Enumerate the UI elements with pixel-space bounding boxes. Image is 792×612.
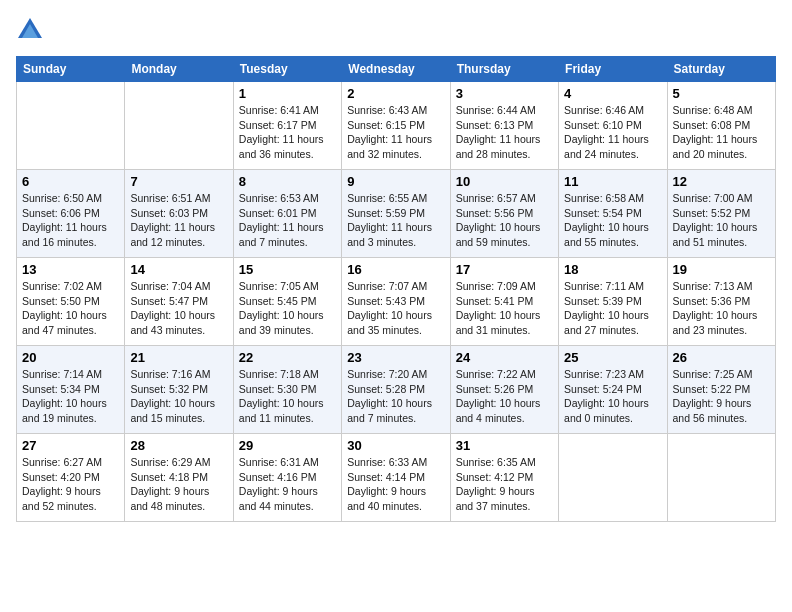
day-of-week-friday: Friday xyxy=(559,57,667,82)
day-number: 13 xyxy=(22,262,119,277)
day-info: Sunrise: 7:14 AM Sunset: 5:34 PM Dayligh… xyxy=(22,367,119,426)
calendar-cell: 27Sunrise: 6:27 AM Sunset: 4:20 PM Dayli… xyxy=(17,434,125,522)
day-info: Sunrise: 6:31 AM Sunset: 4:16 PM Dayligh… xyxy=(239,455,336,514)
day-info: Sunrise: 7:20 AM Sunset: 5:28 PM Dayligh… xyxy=(347,367,444,426)
calendar-week-4: 20Sunrise: 7:14 AM Sunset: 5:34 PM Dayli… xyxy=(17,346,776,434)
calendar-table: SundayMondayTuesdayWednesdayThursdayFrid… xyxy=(16,56,776,522)
day-number: 11 xyxy=(564,174,661,189)
calendar-cell xyxy=(125,82,233,170)
day-number: 15 xyxy=(239,262,336,277)
day-number: 31 xyxy=(456,438,553,453)
day-info: Sunrise: 7:00 AM Sunset: 5:52 PM Dayligh… xyxy=(673,191,770,250)
calendar-cell: 18Sunrise: 7:11 AM Sunset: 5:39 PM Dayli… xyxy=(559,258,667,346)
calendar-cell: 7Sunrise: 6:51 AM Sunset: 6:03 PM Daylig… xyxy=(125,170,233,258)
calendar-cell xyxy=(17,82,125,170)
calendar-header: SundayMondayTuesdayWednesdayThursdayFrid… xyxy=(17,57,776,82)
day-info: Sunrise: 7:09 AM Sunset: 5:41 PM Dayligh… xyxy=(456,279,553,338)
day-info: Sunrise: 6:33 AM Sunset: 4:14 PM Dayligh… xyxy=(347,455,444,514)
day-info: Sunrise: 6:48 AM Sunset: 6:08 PM Dayligh… xyxy=(673,103,770,162)
calendar-cell: 10Sunrise: 6:57 AM Sunset: 5:56 PM Dayli… xyxy=(450,170,558,258)
calendar-cell: 8Sunrise: 6:53 AM Sunset: 6:01 PM Daylig… xyxy=(233,170,341,258)
day-number: 5 xyxy=(673,86,770,101)
day-number: 1 xyxy=(239,86,336,101)
calendar-cell: 6Sunrise: 6:50 AM Sunset: 6:06 PM Daylig… xyxy=(17,170,125,258)
day-info: Sunrise: 6:35 AM Sunset: 4:12 PM Dayligh… xyxy=(456,455,553,514)
day-number: 9 xyxy=(347,174,444,189)
calendar-cell: 26Sunrise: 7:25 AM Sunset: 5:22 PM Dayli… xyxy=(667,346,775,434)
day-number: 24 xyxy=(456,350,553,365)
calendar-cell: 20Sunrise: 7:14 AM Sunset: 5:34 PM Dayli… xyxy=(17,346,125,434)
calendar-cell: 22Sunrise: 7:18 AM Sunset: 5:30 PM Dayli… xyxy=(233,346,341,434)
day-number: 7 xyxy=(130,174,227,189)
day-info: Sunrise: 6:46 AM Sunset: 6:10 PM Dayligh… xyxy=(564,103,661,162)
day-info: Sunrise: 6:53 AM Sunset: 6:01 PM Dayligh… xyxy=(239,191,336,250)
days-of-week-row: SundayMondayTuesdayWednesdayThursdayFrid… xyxy=(17,57,776,82)
day-number: 28 xyxy=(130,438,227,453)
calendar-cell: 2Sunrise: 6:43 AM Sunset: 6:15 PM Daylig… xyxy=(342,82,450,170)
day-number: 18 xyxy=(564,262,661,277)
calendar-cell: 30Sunrise: 6:33 AM Sunset: 4:14 PM Dayli… xyxy=(342,434,450,522)
day-number: 22 xyxy=(239,350,336,365)
day-info: Sunrise: 6:41 AM Sunset: 6:17 PM Dayligh… xyxy=(239,103,336,162)
calendar-cell: 28Sunrise: 6:29 AM Sunset: 4:18 PM Dayli… xyxy=(125,434,233,522)
day-info: Sunrise: 7:18 AM Sunset: 5:30 PM Dayligh… xyxy=(239,367,336,426)
page-header xyxy=(16,16,776,44)
calendar-cell: 5Sunrise: 6:48 AM Sunset: 6:08 PM Daylig… xyxy=(667,82,775,170)
day-info: Sunrise: 6:57 AM Sunset: 5:56 PM Dayligh… xyxy=(456,191,553,250)
calendar-cell: 23Sunrise: 7:20 AM Sunset: 5:28 PM Dayli… xyxy=(342,346,450,434)
calendar-cell: 24Sunrise: 7:22 AM Sunset: 5:26 PM Dayli… xyxy=(450,346,558,434)
logo xyxy=(16,16,48,44)
day-number: 26 xyxy=(673,350,770,365)
calendar-cell xyxy=(559,434,667,522)
calendar-cell: 15Sunrise: 7:05 AM Sunset: 5:45 PM Dayli… xyxy=(233,258,341,346)
day-number: 8 xyxy=(239,174,336,189)
day-number: 21 xyxy=(130,350,227,365)
calendar-week-1: 1Sunrise: 6:41 AM Sunset: 6:17 PM Daylig… xyxy=(17,82,776,170)
calendar-cell: 16Sunrise: 7:07 AM Sunset: 5:43 PM Dayli… xyxy=(342,258,450,346)
day-number: 2 xyxy=(347,86,444,101)
day-info: Sunrise: 6:58 AM Sunset: 5:54 PM Dayligh… xyxy=(564,191,661,250)
calendar-cell: 19Sunrise: 7:13 AM Sunset: 5:36 PM Dayli… xyxy=(667,258,775,346)
day-info: Sunrise: 7:25 AM Sunset: 5:22 PM Dayligh… xyxy=(673,367,770,426)
calendar-cell: 13Sunrise: 7:02 AM Sunset: 5:50 PM Dayli… xyxy=(17,258,125,346)
day-info: Sunrise: 7:16 AM Sunset: 5:32 PM Dayligh… xyxy=(130,367,227,426)
day-number: 27 xyxy=(22,438,119,453)
day-info: Sunrise: 6:44 AM Sunset: 6:13 PM Dayligh… xyxy=(456,103,553,162)
calendar-cell: 3Sunrise: 6:44 AM Sunset: 6:13 PM Daylig… xyxy=(450,82,558,170)
day-of-week-monday: Monday xyxy=(125,57,233,82)
day-info: Sunrise: 7:13 AM Sunset: 5:36 PM Dayligh… xyxy=(673,279,770,338)
day-info: Sunrise: 7:11 AM Sunset: 5:39 PM Dayligh… xyxy=(564,279,661,338)
day-info: Sunrise: 7:02 AM Sunset: 5:50 PM Dayligh… xyxy=(22,279,119,338)
day-info: Sunrise: 6:55 AM Sunset: 5:59 PM Dayligh… xyxy=(347,191,444,250)
day-info: Sunrise: 6:50 AM Sunset: 6:06 PM Dayligh… xyxy=(22,191,119,250)
calendar-week-3: 13Sunrise: 7:02 AM Sunset: 5:50 PM Dayli… xyxy=(17,258,776,346)
day-info: Sunrise: 6:43 AM Sunset: 6:15 PM Dayligh… xyxy=(347,103,444,162)
day-number: 14 xyxy=(130,262,227,277)
day-number: 10 xyxy=(456,174,553,189)
calendar-cell: 14Sunrise: 7:04 AM Sunset: 5:47 PM Dayli… xyxy=(125,258,233,346)
calendar-cell: 1Sunrise: 6:41 AM Sunset: 6:17 PM Daylig… xyxy=(233,82,341,170)
day-number: 17 xyxy=(456,262,553,277)
calendar-week-5: 27Sunrise: 6:27 AM Sunset: 4:20 PM Dayli… xyxy=(17,434,776,522)
day-of-week-wednesday: Wednesday xyxy=(342,57,450,82)
day-number: 20 xyxy=(22,350,119,365)
day-info: Sunrise: 7:05 AM Sunset: 5:45 PM Dayligh… xyxy=(239,279,336,338)
logo-icon xyxy=(16,16,44,44)
day-number: 4 xyxy=(564,86,661,101)
day-number: 29 xyxy=(239,438,336,453)
day-number: 16 xyxy=(347,262,444,277)
calendar-cell: 21Sunrise: 7:16 AM Sunset: 5:32 PM Dayli… xyxy=(125,346,233,434)
day-info: Sunrise: 6:51 AM Sunset: 6:03 PM Dayligh… xyxy=(130,191,227,250)
day-info: Sunrise: 6:27 AM Sunset: 4:20 PM Dayligh… xyxy=(22,455,119,514)
day-number: 25 xyxy=(564,350,661,365)
day-number: 12 xyxy=(673,174,770,189)
day-number: 23 xyxy=(347,350,444,365)
calendar-week-2: 6Sunrise: 6:50 AM Sunset: 6:06 PM Daylig… xyxy=(17,170,776,258)
day-of-week-tuesday: Tuesday xyxy=(233,57,341,82)
calendar-cell: 25Sunrise: 7:23 AM Sunset: 5:24 PM Dayli… xyxy=(559,346,667,434)
day-info: Sunrise: 7:23 AM Sunset: 5:24 PM Dayligh… xyxy=(564,367,661,426)
day-info: Sunrise: 7:07 AM Sunset: 5:43 PM Dayligh… xyxy=(347,279,444,338)
day-info: Sunrise: 6:29 AM Sunset: 4:18 PM Dayligh… xyxy=(130,455,227,514)
day-of-week-sunday: Sunday xyxy=(17,57,125,82)
calendar-cell: 9Sunrise: 6:55 AM Sunset: 5:59 PM Daylig… xyxy=(342,170,450,258)
